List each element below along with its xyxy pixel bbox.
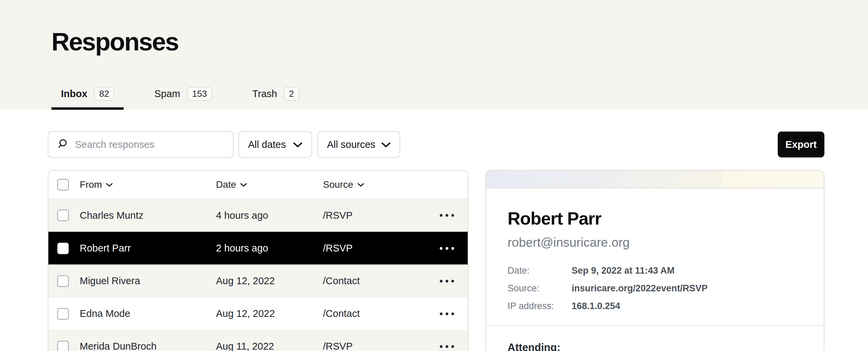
column-header-date[interactable]: Date [216,179,323,190]
column-header-from[interactable]: From [80,179,216,190]
row-menu-button[interactable] [440,278,454,285]
row-from: Edna Mode [80,308,216,319]
detail-gradient-banner [486,171,824,188]
tab-spam-label: Spam [154,88,180,100]
select-all-cell [48,179,80,190]
search-box[interactable] [48,131,234,158]
detail-name: Robert Parr [508,208,802,229]
row-checkbox[interactable] [57,308,69,320]
table-row[interactable]: Edna Mode Aug 12, 2022 /Contact [48,297,468,330]
table-row[interactable]: Charles Muntz 4 hours ago /RSVP [48,199,468,232]
search-icon [57,138,68,151]
tab-spam[interactable]: Spam 153 [145,87,221,110]
table-header-row: From Date Source [48,171,468,199]
sort-chevron-icon [240,183,247,187]
row-source: /Contact [323,308,423,319]
sort-chevron-icon [106,183,113,187]
meta-label: Source: [508,283,572,294]
row-from: Merida DunBroch [80,341,216,351]
row-date: Aug 12, 2022 [216,275,323,287]
meta-value: insuricare.org/2022event/RSVP [572,283,708,294]
row-source: /RSVP [323,243,423,254]
row-menu-button[interactable] [440,310,454,317]
column-source-label: Source [323,179,353,190]
table-row[interactable]: Merida DunBroch Aug 11, 2022 /RSVP [48,330,468,351]
column-header-source[interactable]: Source [323,179,423,190]
response-detail-panel: Robert Parr robert@insuricare.org Date: … [485,170,824,351]
header-band: Responses Inbox 82 Spam 153 Trash 2 [0,0,868,110]
table-body: Charles Muntz 4 hours ago /RSVP Robert P… [48,199,468,351]
row-menu-button[interactable] [440,245,454,252]
row-checkbox[interactable] [57,243,69,254]
row-date: Aug 11, 2022 [216,341,323,351]
row-date: 4 hours ago [216,210,323,221]
attending-section-heading: Attending: [508,341,802,351]
date-filter-select[interactable]: All dates [238,131,312,158]
row-date: 2 hours ago [216,243,323,254]
detail-email: robert@insuricare.org [508,235,802,250]
detail-meta-list: Date: Sep 9, 2022 at 11:43 AM Source: in… [508,265,802,311]
export-button[interactable]: Export [778,132,824,157]
row-source: /RSVP [323,341,423,351]
tab-inbox-label: Inbox [61,88,87,100]
chevron-down-icon [293,139,303,150]
row-from: Robert Parr [80,243,216,254]
tab-inbox[interactable]: Inbox 82 [51,87,124,110]
meta-label: IP address: [508,301,572,311]
meta-label: Date: [508,265,572,276]
row-from: Charles Muntz [80,210,216,221]
table-row[interactable]: Robert Parr 2 hours ago /RSVP [48,232,468,264]
tab-trash[interactable]: Trash 2 [243,87,309,110]
tab-spam-count-badge: 153 [187,87,212,101]
row-checkbox[interactable] [57,275,69,287]
toolbar: All dates All sources Export [48,131,824,158]
tab-trash-count-badge: 2 [284,87,299,101]
table-row[interactable]: Miguel Rivera Aug 12, 2022 /Contact [48,264,468,297]
responses-table: From Date Source [48,170,468,351]
source-filter-value: All sources [327,139,375,150]
row-from: Miguel Rivera [80,275,216,287]
row-menu-button[interactable] [440,212,454,219]
row-checkbox[interactable] [57,210,69,221]
source-filter-select[interactable]: All sources [317,131,400,158]
meta-row-source: Source: insuricare.org/2022event/RSVP [508,283,802,294]
page-title: Responses [51,0,868,56]
main-content: All dates All sources Export [48,131,824,351]
tab-inbox-count-badge: 82 [94,87,114,101]
date-filter-value: All dates [248,139,286,150]
detail-divider [486,325,824,326]
row-source: /RSVP [323,210,423,221]
tab-bar: Inbox 82 Spam 153 Trash 2 [51,87,309,110]
meta-row-date: Date: Sep 9, 2022 at 11:43 AM [508,265,802,276]
chevron-down-icon [381,139,391,150]
meta-value: 168.1.0.254 [572,301,620,311]
row-source: /Contact [323,275,423,287]
meta-row-ip: IP address: 168.1.0.254 [508,301,802,311]
select-all-checkbox[interactable] [57,179,69,190]
meta-value: Sep 9, 2022 at 11:43 AM [572,265,675,276]
sort-chevron-icon [357,183,364,187]
row-checkbox[interactable] [57,341,69,351]
row-date: Aug 12, 2022 [216,308,323,319]
column-date-label: Date [216,179,236,190]
search-input[interactable] [74,139,224,151]
tab-trash-label: Trash [252,88,277,100]
column-from-label: From [80,179,102,190]
row-menu-button[interactable] [440,343,454,350]
